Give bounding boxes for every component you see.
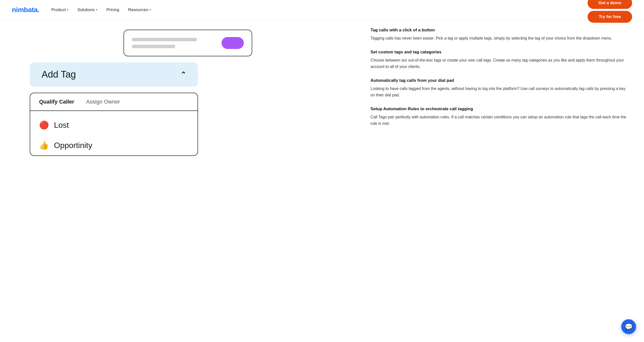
tag-dropdown-header: Qualify Caller Assign Owner [30, 93, 198, 111]
nav-item-pricing[interactable]: Pricing [106, 7, 119, 12]
nav-item-solutions[interactable]: Solutions▾ [78, 7, 98, 12]
feature-desc-2: Looking to have calls tagged from the ag… [370, 85, 629, 98]
navbar-right: Get a demo Try for free [588, 0, 632, 23]
nav-item-product[interactable]: Product▾ [51, 7, 68, 12]
feature-title-0: Tag calls with a click of a button [370, 27, 629, 33]
chat-button[interactable]: 💬 [621, 319, 636, 334]
tag-icon-lost: 🔴 [39, 120, 49, 130]
feature-title-1: Set custom tags and tag categories [370, 49, 629, 55]
logo[interactable]: nimbata. [12, 6, 39, 14]
tag-label-lost: Lost [54, 121, 69, 130]
add-tag-section[interactable]: Add Tag ⌃ [30, 62, 198, 87]
right-panel: Tag calls with a click of a buttonTaggin… [360, 20, 644, 342]
nav-label-resources: Resources [128, 7, 148, 12]
call-bar-pill [222, 37, 244, 49]
tag-items-list: 🔴Lost👍Opportinity [30, 111, 198, 156]
tag-dropdown: Qualify Caller Assign Owner 🔴Lost👍Opport… [30, 93, 198, 156]
add-tag-label: Add Tag [42, 69, 76, 80]
nav-chevron-product: ▾ [67, 8, 68, 11]
get-demo-button[interactable]: Get a demo [588, 0, 632, 9]
call-bar-line-short [132, 45, 176, 48]
call-bar-lines [132, 38, 216, 48]
tab-assign-owner[interactable]: Assign Owner [86, 99, 120, 105]
call-bar-mockup [124, 30, 252, 56]
feature-title-3: Setup Automation Rules to orchestrate ca… [370, 106, 629, 112]
nav-chevron-solutions: ▾ [96, 8, 98, 11]
left-panel: Add Tag ⌃ Qualify Caller Assign Owner 🔴L… [0, 20, 360, 342]
chevron-up-icon: ⌃ [180, 70, 186, 79]
nav-label-solutions: Solutions [78, 7, 95, 12]
feature-section-0: Tag calls with a click of a buttonTaggin… [370, 27, 629, 41]
feature-section-1: Set custom tags and tag categoriesChoose… [370, 49, 629, 70]
feature-title-2: Automatically tag calls from your dial p… [370, 78, 629, 84]
nav-label-pricing: Pricing [106, 7, 119, 12]
chat-icon: 💬 [625, 323, 632, 331]
navbar-left: nimbata. Product▾Solutions▾PricingResour… [12, 6, 151, 14]
nav-links: Product▾Solutions▾PricingResources▾ [51, 7, 151, 12]
tag-label-opportinity: Opportinity [54, 141, 92, 150]
feature-section-3: Setup Automation Rules to orchestrate ca… [370, 106, 629, 127]
feature-desc-3: Call Tags pair perfectly with automation… [370, 114, 629, 127]
tag-icon-opportinity: 👍 [39, 141, 49, 150]
call-bar-line-long [132, 38, 197, 41]
main-content: Add Tag ⌃ Qualify Caller Assign Owner 🔴L… [0, 20, 644, 342]
nav-label-product: Product [51, 7, 66, 12]
feature-desc-0: Tagging calls has never been easier. Pic… [370, 35, 629, 41]
nav-chevron-resources: ▾ [150, 8, 151, 11]
logo-text: nimbata. [12, 6, 39, 13]
tag-list-item[interactable]: 👍Opportinity [39, 135, 188, 156]
feature-desc-1: Choose between our out-of-the-box tags o… [370, 57, 629, 70]
feature-section-2: Automatically tag calls from your dial p… [370, 78, 629, 98]
try-for-free-button[interactable]: Try for free [588, 11, 632, 23]
navbar: nimbata. Product▾Solutions▾PricingResour… [0, 0, 644, 20]
nav-item-resources[interactable]: Resources▾ [128, 7, 151, 12]
tag-list-item[interactable]: 🔴Lost [39, 115, 188, 135]
tab-qualify-caller[interactable]: Qualify Caller [39, 99, 74, 105]
